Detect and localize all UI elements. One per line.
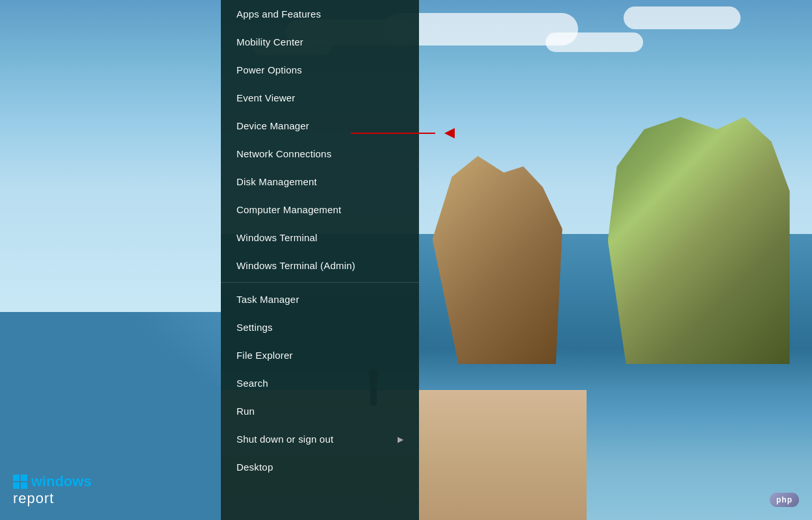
menu-item-apps-features[interactable]: Apps and Features [221, 0, 419, 28]
menu-item-windows-terminal[interactable]: Windows Terminal [221, 224, 419, 252]
menu-item-task-manager[interactable]: Task Manager [221, 285, 419, 313]
menu-item-event-viewer[interactable]: Event Viewer [221, 84, 419, 112]
php-badge: php [770, 493, 799, 507]
menu-item-windows-terminal-admin[interactable]: Windows Terminal (Admin) [221, 252, 419, 280]
menu-label-windows-terminal-admin: Windows Terminal (Admin) [236, 260, 355, 271]
menu-item-computer-management[interactable]: Computer Management [221, 196, 419, 224]
menu-label-mobility-center: Mobility Center [236, 36, 303, 47]
windows-report-logo: windows report [13, 473, 92, 507]
menu-label-apps-features: Apps and Features [236, 8, 321, 20]
menu-item-shut-down-sign-out[interactable]: Shut down or sign out▶ [221, 425, 419, 453]
menu-item-mobility-center[interactable]: Mobility Center [221, 28, 419, 56]
context-menu: Apps and FeaturesMobility CenterPower Op… [221, 0, 419, 520]
menu-label-desktop: Desktop [236, 462, 273, 473]
menu-label-computer-management: Computer Management [236, 204, 341, 215]
menu-label-windows-terminal: Windows Terminal [236, 232, 318, 243]
menu-item-file-explorer[interactable]: File Explorer [221, 341, 419, 369]
menu-item-network-connections[interactable]: Network Connections [221, 140, 419, 168]
menu-item-power-options[interactable]: Power Options [221, 56, 419, 84]
menu-label-file-explorer: File Explorer [236, 350, 293, 361]
logo-container: windows [13, 473, 92, 490]
menu-item-disk-management[interactable]: Disk Management [221, 168, 419, 196]
cliffs-layer [366, 26, 813, 364]
windows-grid-icon [13, 474, 27, 489]
rock-main [433, 156, 563, 364]
rock-arch [608, 117, 790, 364]
menu-item-desktop[interactable]: Desktop [221, 453, 419, 481]
menu-label-run: Run [236, 406, 255, 417]
menu-item-settings[interactable]: Settings [221, 313, 419, 341]
chevron-right-icon: ▶ [398, 435, 403, 444]
menu-item-search[interactable]: Search [221, 369, 419, 397]
menu-label-settings: Settings [236, 322, 273, 333]
menu-divider [221, 282, 419, 283]
arrow-head [444, 128, 455, 138]
arrow-annotation [351, 124, 455, 143]
arrow-line [351, 133, 435, 134]
menu-label-network-connections: Network Connections [236, 148, 331, 159]
menu-label-search: Search [236, 378, 268, 389]
windows-text: windows [31, 473, 92, 490]
menu-label-task-manager: Task Manager [236, 294, 299, 305]
menu-item-run[interactable]: Run [221, 397, 419, 425]
menu-label-disk-management: Disk Management [236, 176, 317, 187]
menu-label-device-manager: Device Manager [236, 120, 309, 131]
windows-highlight: windows [31, 473, 92, 489]
menu-label-power-options: Power Options [236, 64, 302, 75]
menu-label-event-viewer: Event Viewer [236, 92, 296, 103]
report-text: report [13, 490, 54, 507]
menu-label-shut-down-sign-out: Shut down or sign out [236, 434, 333, 445]
